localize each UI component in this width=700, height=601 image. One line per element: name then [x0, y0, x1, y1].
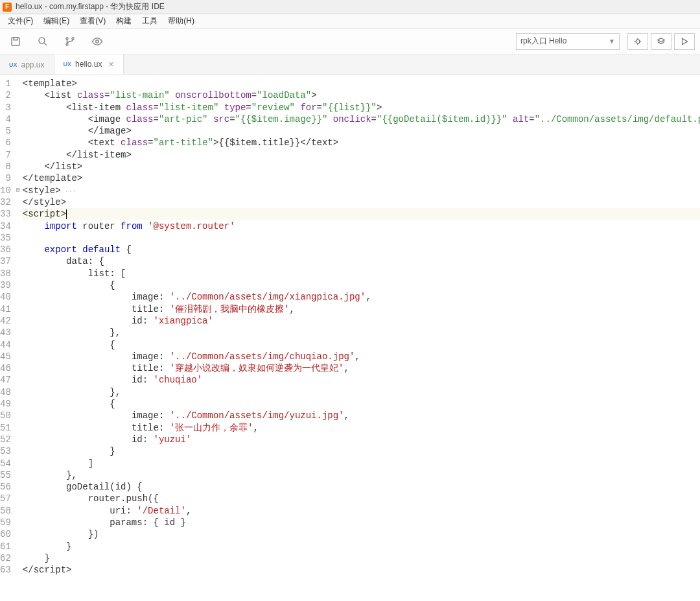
menu-view[interactable]: 查看(V) [75, 14, 111, 28]
ux-badge-icon: UX [64, 61, 72, 67]
menu-tools[interactable]: 工具 [137, 14, 163, 28]
svg-point-7 [96, 40, 99, 43]
editor-tabs: UX app.ux UX hello.ux × [0, 54, 700, 75]
layers-icon[interactable] [651, 33, 671, 50]
menu-build[interactable]: 构建 [111, 14, 137, 28]
run-config-label: rpk入口 Hello [520, 36, 566, 47]
toolbar: rpk入口 Hello ▼ [0, 29, 700, 54]
line-number-gutter: 1234567891032333435363738394041424344454… [0, 75, 16, 601]
chevron-down-icon: ▼ [609, 38, 615, 45]
app-icon: F [3, 3, 12, 12]
svg-rect-1 [14, 38, 18, 40]
menu-help[interactable]: 帮助(H) [163, 14, 200, 28]
tab-label: hello.ux [75, 60, 102, 69]
svg-point-4 [66, 38, 68, 40]
menu-bar: 文件(F) 编辑(E) 查看(V) 构建 工具 帮助(H) [0, 14, 700, 29]
branch-icon[interactable] [60, 31, 80, 52]
svg-point-6 [72, 38, 74, 40]
svg-point-5 [66, 43, 68, 45]
search-icon[interactable] [32, 31, 53, 52]
save-icon[interactable] [5, 31, 26, 52]
ux-badge-icon: UX [9, 62, 18, 68]
menu-file[interactable]: 文件(F) [3, 14, 38, 28]
svg-marker-13 [682, 38, 688, 44]
debug-icon[interactable] [627, 33, 648, 50]
menu-edit[interactable]: 编辑(E) [38, 14, 75, 28]
tab-label: app.ux [21, 60, 45, 69]
tab-hello-ux[interactable]: UX hello.ux × [54, 54, 124, 75]
window-titlebar: F hello.ux - com.my.firstapp - 华为快应用 IDE [0, 0, 700, 14]
run-icon[interactable] [674, 33, 695, 50]
svg-rect-0 [12, 38, 19, 45]
code-editor[interactable]: 1234567891032333435363738394041424344454… [0, 75, 700, 601]
svg-point-8 [636, 40, 640, 43]
run-config-dropdown[interactable]: rpk入口 Hello ▼ [516, 33, 620, 50]
svg-line-3 [44, 43, 47, 45]
svg-point-2 [39, 38, 45, 43]
eye-icon[interactable] [87, 31, 108, 52]
code-area[interactable]: <template> <list class="list-main" onscr… [20, 75, 700, 601]
window-title: hello.ux - com.my.firstapp - 华为快应用 IDE [16, 1, 165, 12]
tab-app-ux[interactable]: UX app.ux [0, 54, 54, 75]
close-icon[interactable]: × [108, 59, 113, 69]
